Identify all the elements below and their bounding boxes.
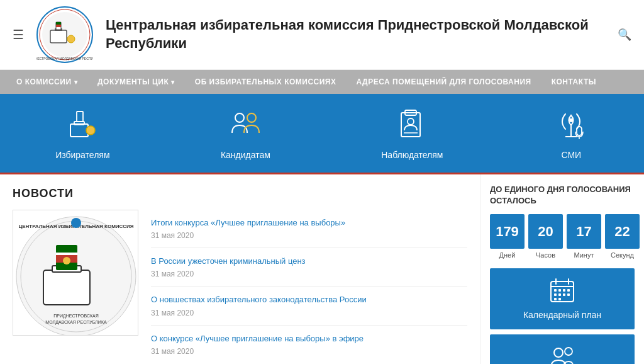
banner-voters[interactable]: Избирателям	[36, 106, 128, 160]
news-item[interactable]: Итоги конкурса «Лучшее приглашение на вы…	[151, 210, 467, 248]
countdown-hours: 20 Часов	[528, 214, 563, 259]
people-icon	[550, 344, 575, 364]
blue-banner: Избирателям Кандидатам	[0, 94, 644, 173]
svg-point-14	[235, 113, 244, 122]
voters-icon	[65, 106, 100, 145]
svg-rect-12	[77, 111, 83, 122]
sidebar-calendar-label: Календарный план	[523, 310, 601, 320]
calendar-icon	[550, 278, 575, 305]
banner-candidates-label: Кандидатам	[221, 150, 270, 160]
news-section: НОВОСТИ ЦЕНТРАЛЬНАЯ ИЗБИРАТЕЛЬНАЯ КОМИСС…	[0, 174, 480, 364]
main-content: НОВОСТИ ЦЕНТРАЛЬНАЯ ИЗБИРАТЕЛЬНАЯ КОМИСС…	[0, 174, 644, 364]
countdown-days: 179 Дней	[490, 214, 525, 259]
news-body: ЦЕНТРАЛЬНАЯ ИЗБИРАТЕЛЬНАЯ КОМИССИЯ ПРИДН…	[13, 210, 467, 363]
svg-rect-3	[50, 30, 67, 43]
logo: ПРИДНЕСТРОВСКАЯ МОЛДАВСКАЯ РЕСПУБЛИКА	[36, 6, 93, 63]
news-item-title: О новшествах избирательного законодатель…	[151, 294, 467, 305]
countdown-days-label: Дней	[499, 251, 516, 259]
banner-observers[interactable]: Наблюдателям	[362, 106, 462, 160]
news-title: НОВОСТИ	[13, 187, 467, 200]
svg-point-13	[86, 126, 95, 135]
svg-rect-7	[56, 25, 61, 27]
svg-rect-45	[567, 289, 570, 292]
nav-item-addresses[interactable]: АДРЕСА ПОМЕЩЕНИЙ ДЛЯ ГОЛОСОВАНИЯ	[347, 70, 541, 94]
svg-point-52	[554, 348, 563, 357]
svg-point-34	[63, 257, 70, 264]
search-icon[interactable]: 🔍	[618, 28, 631, 42]
svg-point-37	[71, 218, 81, 228]
countdown-boxes: 179 Дней 20 Часов 17 Минут 22 Секунд	[490, 214, 635, 259]
svg-point-8	[67, 35, 75, 43]
menu-icon[interactable]: ☰	[13, 27, 24, 42]
news-item[interactable]: О конкурсе «Лучшее приглашение на выборы…	[151, 326, 467, 363]
header: ☰ ПРИДНЕСТРОВСКАЯ МОЛДАВСКАЯ РЕСПУБЛИКА …	[0, 0, 644, 70]
svg-rect-42	[554, 289, 557, 292]
nav-item-documents[interactable]: ДОКУМЕНТЫ ЦИК ▾	[87, 70, 185, 94]
countdown-seconds: 22 Секунд	[605, 214, 640, 259]
banner-candidates[interactable]: Кандидатам	[202, 106, 289, 160]
countdown-minutes-label: Минут	[574, 251, 594, 259]
svg-rect-6	[56, 22, 61, 25]
news-item[interactable]: О новшествах избирательного законодатель…	[151, 287, 467, 325]
svg-rect-29	[43, 270, 90, 305]
sidebar-calendar-card[interactable]: Календарный план	[490, 268, 635, 329]
svg-rect-44	[563, 289, 565, 292]
countdown-hours-value: 20	[528, 214, 563, 249]
svg-rect-10	[70, 124, 88, 137]
main-nav: О КОМИССИИ ▾ ДОКУМЕНТЫ ЦИК ▾ ОБ ИЗБИРАТЕ…	[0, 70, 644, 94]
observers-icon	[395, 106, 430, 145]
news-item-date: 31 мая 2020	[151, 270, 467, 278]
countdown-seconds-value: 22	[605, 214, 640, 249]
banner-media[interactable]: СМИ	[535, 106, 608, 160]
candidates-icon	[228, 106, 263, 145]
countdown-title: ДО ЕДИНОГО ДНЯ ГОЛОСОВАНИЯ ОСТАЛОСЬ	[490, 184, 635, 207]
sidebar: ДО ЕДИНОГО ДНЯ ГОЛОСОВАНИЯ ОСТАЛОСЬ 179 …	[480, 174, 644, 364]
news-item-title: О конкурсе «Лучшее приглашение на выборы…	[151, 333, 467, 344]
svg-rect-33	[56, 253, 77, 255]
news-item-date: 31 мая 2020	[151, 309, 467, 317]
news-image: ЦЕНТРАЛЬНАЯ ИЗБИРАТЕЛЬНАЯ КОМИССИЯ ПРИДН…	[13, 210, 138, 336]
site-title: Центральная избирательная комиссия Придн…	[106, 16, 618, 52]
nav-item-contacts[interactable]: КОНТАКТЫ	[541, 70, 606, 94]
chevron-down-icon: ▾	[74, 79, 78, 86]
svg-point-18	[408, 118, 414, 125]
news-item-title: В России ужесточен криминальный ценз	[151, 256, 467, 267]
countdown-seconds-label: Секунд	[611, 251, 634, 259]
svg-rect-47	[558, 293, 561, 296]
svg-rect-46	[554, 293, 557, 296]
svg-text:МОЛДАВСКАЯ РЕСПУБЛИКА: МОЛДАВСКАЯ РЕСПУБЛИКА	[45, 320, 107, 325]
nav-item-committees[interactable]: ОБ ИЗБИРАТЕЛЬНЫХ КОМИССИЯХ	[185, 70, 347, 94]
svg-rect-48	[563, 293, 565, 296]
nav-item-commission[interactable]: О КОМИССИИ ▾	[6, 70, 87, 94]
media-icon	[554, 106, 589, 145]
svg-rect-23	[577, 127, 582, 135]
svg-text:ПРИДНЕСТРОВСКАЯ: ПРИДНЕСТРОВСКАЯ	[53, 314, 99, 319]
news-item-title: Итоги конкурса «Лучшее приглашение на вы…	[151, 217, 467, 229]
countdown-minutes: 17 Минут	[567, 214, 601, 259]
countdown-minutes-value: 17	[567, 214, 601, 249]
sidebar-people-card[interactable]	[490, 334, 635, 364]
svg-point-53	[565, 348, 572, 355]
banner-observers-label: Наблюдателям	[381, 150, 443, 160]
svg-rect-50	[554, 298, 557, 300]
svg-rect-43	[558, 289, 561, 292]
chevron-down-icon: ▾	[171, 79, 175, 86]
svg-text:ПРИДНЕСТРОВСКАЯ МОЛДАВСКАЯ РЕС: ПРИДНЕСТРОВСКАЯ МОЛДАВСКАЯ РЕСПУБЛИКА	[36, 57, 93, 60]
svg-rect-51	[558, 298, 561, 300]
news-items-list: Итоги конкурса «Лучшее приглашение на вы…	[151, 210, 467, 363]
svg-point-15	[247, 113, 256, 122]
news-item[interactable]: В России ужесточен криминальный ценз 31 …	[151, 248, 467, 287]
news-item-date: 31 мая 2020	[151, 347, 467, 356]
countdown-days-value: 179	[490, 214, 525, 249]
banner-voters-label: Избирателям	[55, 150, 109, 160]
banner-media-label: СМИ	[561, 150, 581, 160]
svg-rect-49	[567, 293, 570, 296]
news-item-date: 31 мая 2020	[151, 231, 467, 240]
svg-point-20	[569, 118, 573, 122]
countdown-hours-label: Часов	[536, 251, 555, 259]
